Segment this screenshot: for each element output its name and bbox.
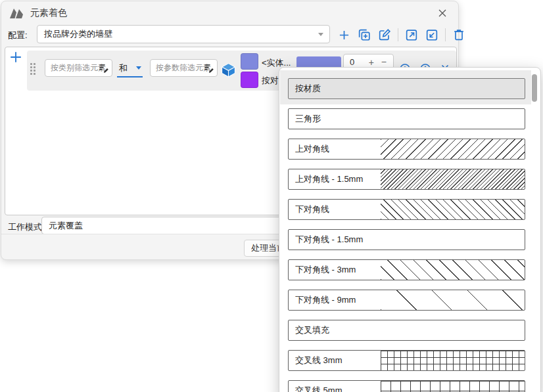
pattern-preview (381, 320, 525, 340)
scrollbar-thumb[interactable] (532, 74, 537, 102)
config-combobox-value: 按品牌分类的墙壁 (44, 26, 112, 43)
chevron-down-icon (136, 66, 141, 70)
config-combobox[interactable]: 按品牌分类的墙壁 (37, 25, 330, 43)
export-config-button export-icon[interactable] (404, 28, 419, 42)
pattern-item-label: 下对角线 - 1.5mm (295, 230, 363, 250)
pattern-item-label: 交叉填充 (295, 320, 329, 340)
pattern-item-label: 上对角线 (295, 139, 329, 159)
add-config-button plus-icon[interactable] (337, 28, 351, 42)
pattern-preview (381, 351, 525, 370)
pattern-item-label: 上对角线 - 1.5mm (295, 169, 363, 189)
value-color-swatch[interactable] (241, 72, 258, 88)
pattern-preview (381, 139, 525, 159)
pattern-popup: 按材质三角形上对角线上对角线 - 1.5mm下对角线下对角线 - 1.5mm下对… (279, 67, 541, 392)
close-icon[interactable] (436, 7, 449, 20)
pattern-preview (381, 290, 525, 310)
category-filter-input[interactable]: 按类别筛选元素 (45, 59, 112, 77)
pattern-item-label: 交叉线 5mm (295, 381, 342, 392)
toolbar-separator (445, 28, 446, 41)
pattern-preview (381, 260, 525, 280)
import-config-button import-icon[interactable] (425, 28, 439, 42)
toolbar-separator (398, 28, 398, 41)
pattern-preview (381, 169, 525, 189)
operator-value: 和 (119, 62, 128, 74)
app-logo-icon (9, 7, 25, 22)
category-filter-placeholder: 按类别筛选元素 (51, 60, 106, 76)
pattern-item[interactable]: 下对角线 (288, 199, 525, 220)
pattern-item[interactable]: 下对角线 - 1.5mm (288, 229, 525, 250)
pattern-item[interactable]: 上对角线 - 1.5mm (288, 169, 525, 190)
chevron-down-icon (318, 33, 323, 36)
pattern-preview (381, 200, 525, 219)
config-toolbar (337, 27, 466, 43)
pattern-item[interactable]: 交叉线 3mm (288, 350, 525, 371)
filter-edit-icon (204, 63, 214, 74)
dialog-title: 元素着色 (30, 7, 67, 19)
pattern-item[interactable]: 按材质 (288, 78, 525, 99)
value-color-swatch[interactable] (241, 53, 258, 70)
pattern-item[interactable]: 下对角线 - 9mm (288, 290, 525, 311)
operator-dropdown[interactable]: 和 (117, 60, 143, 77)
drag-handle grip-dots-icon[interactable] (30, 63, 35, 75)
config-label: 配置: (8, 30, 28, 41)
pattern-item-label: 按材质 (295, 79, 321, 98)
pattern-item[interactable]: 下对角线 - 3mm (288, 259, 525, 280)
pattern-item-label: 下对角线 (295, 200, 329, 219)
add-condition-button plus-icon[interactable] (9, 50, 24, 66)
pattern-item[interactable]: 交叉线 5mm (288, 380, 525, 392)
pattern-item[interactable]: 上对角线 (288, 139, 525, 160)
parameter-filter-input[interactable]: 按参数筛选元素 (150, 59, 218, 77)
cube-3d-icon[interactable] (220, 62, 237, 81)
filter-edit-icon (99, 63, 109, 74)
edit-config-button edit-icon[interactable] (377, 28, 392, 42)
pattern-preview (381, 381, 525, 392)
screen: 元素着色 配置: 按品牌分类的墙壁 (0, 0, 543, 392)
pattern-item-label: 下对角线 - 3mm (295, 260, 356, 280)
work-mode-value: 元素覆盖 (49, 217, 83, 234)
duplicate-config-button duplicate-add-icon[interactable] (357, 28, 371, 42)
delete-config-button trash-icon[interactable] (452, 28, 466, 42)
pattern-preview (381, 230, 525, 250)
pattern-item[interactable]: 三角形 (288, 108, 525, 129)
titlebar[interactable]: 元素着色 (1, 1, 458, 24)
spinner-increase-button[interactable]: + (369, 57, 374, 68)
pattern-preview (381, 79, 525, 98)
pattern-item-label: 三角形 (295, 109, 321, 129)
spinner-decrease-button[interactable]: − (381, 56, 387, 67)
work-mode-label: 工作模式 (8, 221, 42, 233)
pattern-item-label: 下对角线 - 9mm (295, 290, 356, 310)
pattern-preview (381, 109, 525, 129)
pattern-item[interactable]: 交叉填充 (288, 320, 525, 341)
spinner-value[interactable]: 0 (350, 57, 354, 67)
parameter-filter-placeholder: 按参数筛选元素 (156, 60, 211, 76)
pattern-item-label: 交叉线 3mm (295, 351, 342, 370)
